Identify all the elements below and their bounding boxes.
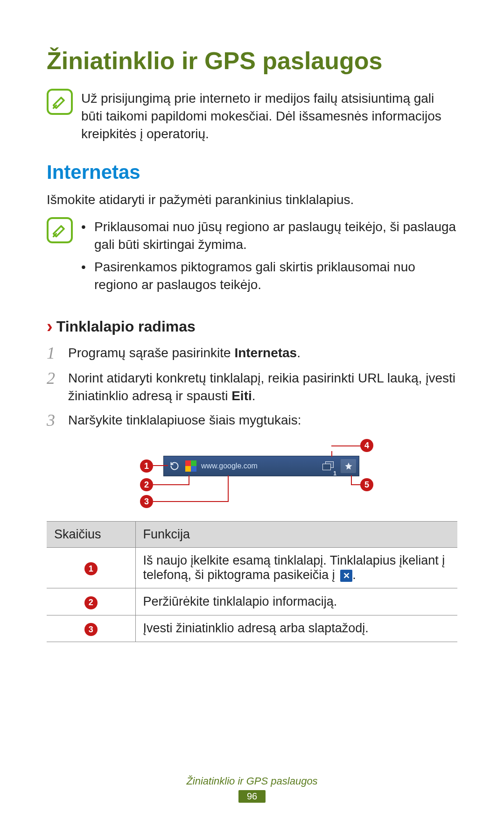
callout-badge-5: 5 [360,478,373,491]
chevron-icon: › [47,317,53,337]
url-field[interactable]: www.google.com [199,462,319,470]
row-number-badge: 1 [84,562,98,575]
note-icon [47,89,73,115]
close-icon: ✕ [340,570,352,582]
step-number: 3 [47,411,68,430]
step-number: 2 [47,369,68,388]
bookmark-star-icon[interactable] [340,459,356,473]
top-note-text: Už prisijungimą prie interneto ir medijo… [81,89,457,142]
section-intro: Išmokite atidaryti ir pažymėti parankini… [47,191,457,209]
function-table: Skaičius Funkcija 1 Iš naujo įkelkite es… [47,521,457,642]
list-item: Pasirenkamos piktogramos gali skirtis pr… [81,258,457,294]
step-number: 1 [47,344,68,363]
callout-badge-2: 2 [140,478,153,491]
step-text: Naršykite tinklalapiuose šiais mygtukais… [68,411,457,429]
favicon-icon[interactable] [185,460,196,472]
table-row: 2 Peržiūrėkite tinklalapio informaciją. [47,588,457,615]
step-text: Programų sąraše pasirinkite Internetas. [68,344,457,362]
row-function-text: Įvesti žiniatinklio adresą arba slaptažo… [135,615,457,642]
callout-badge-4: 4 [360,439,373,452]
row-function-text: Iš naujo įkelkite esamą tinklalapį. Tink… [135,548,457,588]
footer-section-title: Žiniatinklio ir GPS paslaugos [0,775,504,787]
row-function-text: Peržiūrėkite tinklalapio informaciją. [135,588,457,615]
list-item: Priklausomai nuo jūsų regiono ar paslaug… [81,218,457,254]
subsection-heading: Tinklalapio radimas [56,318,196,335]
page-footer: Žiniatinklio ir GPS paslaugos 96 [0,775,504,803]
step-row: 3 Naršykite tinklalapiuose šiais mygtuka… [47,411,457,430]
callout-badge-1: 1 [140,459,153,473]
refresh-icon[interactable] [167,456,182,476]
step-row: 2 Norint atidaryti konkretų tinklalapį, … [47,369,457,405]
step-row: 1 Programų sąraše pasirinkite Internetas… [47,344,457,363]
callout-badge-3: 3 [140,495,153,508]
row-number-badge: 2 [84,596,98,609]
step-text: Norint atidaryti konkretų tinklalapį, re… [68,369,457,405]
note-icon [47,217,73,243]
note-bullet-list: Priklausomai nuo jūsų regiono ar paslaug… [81,217,457,298]
windows-icon[interactable]: 1 [319,456,337,476]
browser-toolbar: www.google.com 1 [163,456,359,476]
browser-bar-diagram: www.google.com 1 1 2 3 4 5 [121,439,383,509]
page-number: 96 [238,790,266,803]
table-row: 3 Įvesti žiniatinklio adresą arba slapta… [47,615,457,642]
page-title: Žiniatinklio ir GPS paslaugos [47,47,457,75]
table-header-number: Skaičius [47,522,135,548]
section-heading: Internetas [47,161,457,184]
windows-count-badge: 1 [333,470,336,477]
table-header-function: Funkcija [135,522,457,548]
section-note-block: Priklausomai nuo jūsų regiono ar paslaug… [47,217,457,298]
row-number-badge: 3 [84,623,98,636]
top-note-block: Už prisijungimą prie interneto ir medijo… [47,89,457,142]
table-row: 1 Iš naujo įkelkite esamą tinklalapį. Ti… [47,548,457,588]
